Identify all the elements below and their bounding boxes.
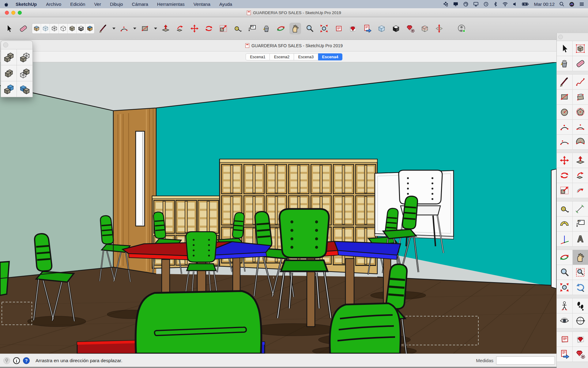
- styles-pages-button[interactable]: [573, 332, 588, 347]
- scale-tool-button[interactable]: [217, 23, 229, 34]
- tape-measure-tool-button[interactable]: [232, 23, 243, 34]
- move-tool-button[interactable]: [189, 23, 200, 34]
- make-component-button[interactable]: [573, 41, 588, 56]
- zoom-window-tool-button[interactable]: [573, 265, 588, 280]
- tab-escena4[interactable]: Escena4: [318, 53, 342, 60]
- menu-ventana[interactable]: Ventana: [194, 2, 210, 7]
- close-button[interactable]: [5, 11, 9, 15]
- arc-tool-button[interactable]: [557, 120, 572, 134]
- sage-wall[interactable]: [0, 86, 113, 278]
- style-wireframe-button[interactable]: [50, 24, 59, 33]
- select-tool-button[interactable]: [3, 23, 15, 34]
- union-button[interactable]: [1, 65, 17, 81]
- 3d-text-tool-button[interactable]: [573, 232, 588, 246]
- style-textured-button[interactable]: [32, 24, 41, 33]
- zoom-tool-button[interactable]: [304, 23, 315, 34]
- eraser-tool-button[interactable]: [17, 23, 29, 34]
- export-button[interactable]: [557, 347, 572, 362]
- zoom-tool-button[interactable]: [557, 265, 572, 280]
- text-tool-button[interactable]: A1: [246, 23, 258, 34]
- dimensions-tool-button[interactable]: [573, 201, 588, 216]
- tape-measure-tool-button[interactable]: [557, 201, 572, 216]
- menu-clock[interactable]: Mar 00:12: [534, 2, 555, 7]
- follow-me-tool-button[interactable]: [174, 23, 186, 34]
- time-machine-icon[interactable]: [483, 2, 489, 7]
- text-tool-button[interactable]: A1: [573, 217, 588, 231]
- tool-set-close-button[interactable]: [558, 35, 563, 39]
- airplay-icon[interactable]: [473, 2, 479, 7]
- pie-tool-button[interactable]: [573, 135, 588, 149]
- spotlight-search-icon[interactable]: [559, 2, 564, 7]
- pan-tool-button[interactable]: [289, 23, 301, 34]
- two-point-arc-tool-button[interactable]: [573, 120, 588, 134]
- menu-app-name[interactable]: SketchUp: [16, 2, 37, 7]
- battery-charging-icon[interactable]: [522, 2, 529, 7]
- rectangle-tool-button[interactable]: [557, 90, 572, 104]
- paint-bucket-tool-button[interactable]: [557, 56, 572, 71]
- menu-archivo[interactable]: Archivo: [46, 2, 61, 7]
- three-point-arc-tool-button[interactable]: [557, 135, 572, 149]
- green-chair[interactable]: [136, 291, 262, 354]
- export-button[interactable]: [361, 23, 373, 34]
- arc-dropdown-arrow[interactable]: [133, 28, 136, 29]
- layout-button[interactable]: [333, 23, 344, 34]
- polygon-tool-button[interactable]: [573, 105, 588, 119]
- style-shaded-textures-button[interactable]: [85, 24, 94, 33]
- rectangle-dropdown-arrow[interactable]: [154, 28, 157, 29]
- tab-escena1[interactable]: Escena1: [246, 53, 270, 60]
- menu-edicion[interactable]: Edición: [70, 2, 85, 7]
- move-tool-button[interactable]: [557, 153, 572, 168]
- volume-icon[interactable]: [513, 2, 517, 7]
- notification-list-icon[interactable]: [579, 2, 584, 7]
- rectangle-tool-button[interactable]: [139, 23, 151, 34]
- menu-ayuda[interactable]: Ayuda: [219, 2, 232, 7]
- help-icon[interactable]: ?: [23, 357, 30, 364]
- line-dropdown-arrow[interactable]: [112, 28, 115, 29]
- zoom-extents-tool-button[interactable]: [318, 23, 330, 34]
- rotated-rectangle-tool-button[interactable]: [573, 90, 588, 104]
- geolocation-icon[interactable]: [3, 357, 10, 364]
- orbit-tool-button[interactable]: [557, 250, 572, 265]
- menu-herramientas[interactable]: Herramientas: [157, 2, 185, 7]
- style-shaded-button[interactable]: [68, 24, 77, 33]
- rotate-tool-button[interactable]: [557, 168, 572, 183]
- menu-dibujo[interactable]: Dibujo: [110, 2, 123, 7]
- look-around-tool-button[interactable]: [557, 313, 572, 328]
- style-monochrome-button[interactable]: [77, 24, 85, 33]
- white-box-button[interactable]: [390, 23, 402, 34]
- menu-ver[interactable]: Ver: [94, 2, 101, 7]
- solid-tools-title-bar[interactable]: [1, 41, 32, 49]
- push-pull-tool-button[interactable]: [573, 153, 588, 168]
- position-camera-button[interactable]: [557, 298, 572, 313]
- select-tool-button[interactable]: [557, 41, 572, 56]
- offset-tool-button[interactable]: [573, 183, 588, 198]
- viewport-canvas[interactable]: [0, 62, 556, 354]
- sandbox-button[interactable]: [419, 23, 431, 34]
- ruby-console-button[interactable]: [573, 347, 588, 362]
- zoom-extents-tool-button[interactable]: [557, 280, 572, 295]
- zoom-button[interactable]: [18, 11, 22, 15]
- protractor-tool-button[interactable]: [557, 217, 572, 231]
- measurements-input[interactable]: [496, 356, 555, 365]
- intersect-button[interactable]: [17, 49, 32, 65]
- minimize-button[interactable]: [11, 11, 15, 15]
- bluetooth-icon[interactable]: [493, 2, 498, 7]
- display-icon[interactable]: [453, 2, 458, 7]
- walk-tool-button[interactable]: [573, 298, 588, 313]
- arc-tool-button[interactable]: [118, 23, 130, 34]
- info-icon[interactable]: i: [13, 357, 20, 364]
- tab-escena2[interactable]: Escena2: [270, 53, 294, 60]
- outer-shell-button[interactable]: [1, 49, 17, 65]
- orbit-tool-button[interactable]: [275, 23, 287, 34]
- trim-button[interactable]: [1, 81, 17, 97]
- palette-close-button[interactable]: [3, 42, 8, 48]
- dropbox-sync-icon[interactable]: [443, 2, 448, 7]
- swirl-icon[interactable]: [463, 2, 469, 7]
- paint-bucket-tool-button[interactable]: [261, 23, 272, 34]
- scale-tool-button[interactable]: [557, 183, 572, 198]
- eraser-tool-button[interactable]: [573, 56, 588, 71]
- apple-menu[interactable]: [4, 2, 9, 7]
- styles-pages-button[interactable]: [347, 23, 359, 34]
- style-xray-button[interactable]: [41, 24, 50, 33]
- tool-set-title-bar[interactable]: [557, 33, 588, 41]
